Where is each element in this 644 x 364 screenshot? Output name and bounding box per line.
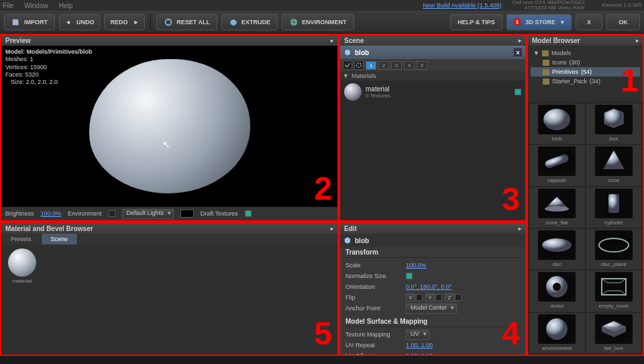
flip-z-button[interactable]: Z (445, 293, 454, 302)
normalize-checkbox[interactable] (406, 273, 413, 279)
model-thumb-environment[interactable]: environment (529, 313, 585, 353)
lights-dropdown[interactable]: Default Lights (122, 209, 174, 219)
model-thumb-capsule[interactable]: capsule (529, 145, 585, 185)
main-toolbar: IMPORT ◄UNDO REDO► RESET ALL EXTRUDE ENV… (0, 11, 644, 34)
svg-point-12 (546, 318, 568, 340)
redo-button[interactable]: REDO► (104, 14, 145, 30)
model-thumb-empty_room[interactable]: empty_room (586, 271, 642, 311)
model-thumb-box[interactable]: box (586, 103, 642, 144)
menu-file[interactable]: File (3, 2, 13, 9)
scene-refresh-icon[interactable] (354, 60, 364, 70)
material-visibility-toggle[interactable] (515, 89, 521, 95)
extrude-button[interactable]: EXTRUDE (221, 14, 278, 30)
svg-point-2 (357, 63, 362, 68)
material-ball-icon (8, 248, 36, 277)
import-button[interactable]: IMPORT (4, 14, 55, 30)
edit-panel: Edit▸ blob Transform Scale100.0% Normali… (339, 222, 527, 356)
flip-x-button[interactable]: X (406, 293, 415, 302)
svg-point-10 (553, 283, 561, 291)
matbrowser-title: Material and Bevel Browser (5, 225, 93, 232)
model-thumb-cone[interactable]: cone (586, 145, 642, 185)
remove-object-button[interactable]: X (513, 48, 523, 57)
model-thumb-donut[interactable]: donut (529, 271, 585, 311)
orientation-value[interactable]: 0.0°, 180.0°, 0.0° (406, 283, 451, 290)
model-thumb-cone_flat[interactable]: cone_flat (529, 187, 585, 228)
flip-x-check[interactable] (416, 294, 423, 301)
model-thumb-blob[interactable]: blob (529, 103, 585, 144)
scene-options-icon[interactable] (343, 60, 352, 70)
flip-z-check[interactable] (455, 294, 462, 301)
flip-y-check[interactable] (435, 294, 442, 301)
menu-help[interactable]: Help (59, 2, 73, 9)
preview-panel: Preview▸ Model: Models/Primitives/blob M… (0, 34, 339, 222)
extrude-icon (229, 17, 238, 27)
svg-rect-6 (608, 194, 619, 213)
environment-button[interactable]: ENVIRONMENT (282, 14, 354, 30)
edit-title: Edit (344, 225, 357, 232)
cursor-icon: ↖ (162, 139, 170, 150)
import-icon (11, 17, 21, 27)
svg-point-8 (599, 238, 629, 252)
model-thumb-grid: blobboxcapsuleconecone_flatcylinderdiscd… (528, 102, 643, 355)
menu-window[interactable]: Window (24, 2, 48, 9)
scene-object-row[interactable]: blob X (340, 46, 525, 59)
cancel-x-button[interactable]: X (576, 14, 602, 30)
help-tips-button[interactable]: HELP & TIPS (450, 14, 502, 30)
annotation-5: 5 (314, 315, 332, 352)
annotation-4: 4 (502, 315, 520, 352)
group-tab-2[interactable]: 2 (378, 61, 389, 70)
app-version: Element 1.0.345 (602, 3, 641, 8)
materials-section-header[interactable]: ▼Materials (340, 71, 525, 81)
brightness-value[interactable]: 100.0% (41, 210, 62, 217)
store-badge: 1 (514, 18, 521, 26)
uv-offset-value[interactable]: 0.00, 0.00 (406, 353, 433, 355)
model-thumb-disc[interactable]: disc (529, 229, 585, 269)
update-link[interactable]: New Build Available (1.5.409) (423, 2, 501, 9)
preview-viewport[interactable]: Model: Models/Primitives/blob Meshes: 1 … (1, 46, 337, 207)
environment-checkbox[interactable] (109, 210, 115, 217)
svg-rect-4 (544, 154, 570, 170)
store-button[interactable]: 1 3D STORE ▾ (506, 14, 572, 30)
draft-textures-checkbox[interactable] (245, 210, 252, 217)
ok-button[interactable]: OK (606, 14, 640, 30)
globe-icon (289, 17, 299, 27)
material-thumb-icon (344, 83, 362, 101)
group-tab-1[interactable]: 1 (366, 61, 376, 70)
tab-scene[interactable]: Scene (42, 234, 78, 244)
preview-footer: Brightness 100.0% Environment Default Li… (1, 207, 337, 220)
cube-icon (343, 236, 352, 245)
tree-root[interactable]: ▼Models (531, 48, 640, 58)
preview-title: Preview (5, 37, 31, 44)
rendered-blob (89, 59, 250, 193)
reset-icon (164, 17, 173, 27)
svg-point-3 (543, 109, 570, 130)
material-row[interactable]: material 0 Textures (340, 81, 525, 103)
flip-y-button[interactable]: Y (425, 293, 435, 302)
annotation-3: 3 (502, 181, 520, 218)
material-browser-panel: Material and Bevel Browser▸ Presets Scen… (0, 222, 339, 356)
uv-repeat-value[interactable]: 1.00, 1.00 (406, 342, 433, 349)
anchor-dropdown[interactable]: Model Center (406, 304, 457, 314)
model-browser-panel: Model Browser▸ ▼Models Icons (30) Primit… (527, 34, 644, 356)
group-tab-3[interactable]: 3 (391, 61, 402, 70)
reset-all-button[interactable]: RESET ALL (156, 14, 217, 30)
texture-mapping-dropdown[interactable]: UV (406, 330, 429, 340)
menu-bar: File Window Help New Build Available (1.… (0, 0, 644, 11)
annotation-2: 2 (314, 170, 332, 207)
group-tab-4[interactable]: 4 (404, 61, 415, 70)
scale-value[interactable]: 100.0% (406, 262, 427, 269)
group-tab-5[interactable]: 5 (417, 61, 427, 70)
model-thumb-disc_plane[interactable]: disc_plane (586, 229, 642, 269)
svg-point-7 (542, 238, 572, 252)
material-item[interactable]: material (5, 248, 39, 284)
gpu-info: GeForce GTX 980/PCIe/SSE2 477/1023 MB Vi… (513, 0, 585, 11)
scene-title: Scene (344, 37, 364, 44)
scene-group-tabs: 1 2 3 4 5 (340, 59, 525, 71)
bg-color-swatch[interactable] (180, 210, 194, 218)
matbrowser-tabs: Presets Scene (1, 234, 337, 244)
model-thumb-cylinder[interactable]: cylinder (586, 187, 642, 228)
scene-panel: Scene▸ blob X 1 2 3 4 5 ▼Materials (339, 34, 527, 222)
tab-presets[interactable]: Presets (1, 234, 42, 244)
undo-button[interactable]: ◄UNDO (59, 14, 100, 30)
model-thumb-flat_box[interactable]: flat_box (586, 313, 642, 353)
